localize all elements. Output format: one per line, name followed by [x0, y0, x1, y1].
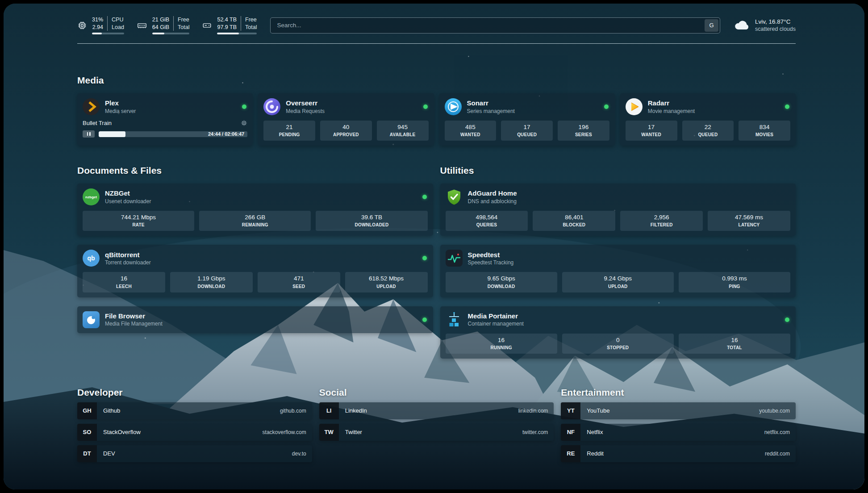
stat-wanted: 17 WANTED — [626, 121, 677, 141]
adguard-card[interactable]: AdGuard Home DNS and adblocking 498,564 … — [440, 184, 796, 236]
bookmark-url: dev.to — [292, 451, 306, 457]
app-title: Plex — [105, 99, 237, 108]
bookmark-name: DEV — [103, 450, 292, 457]
developer-section-title: Developer — [77, 387, 312, 398]
stat-download: 1.19 Gbps DOWNLOAD — [170, 272, 253, 292]
cpu-progress-bar — [92, 33, 124, 34]
weather-text: Lviv, 16.87°C scattered clouds — [755, 18, 796, 32]
app-title: Overseerr — [286, 99, 417, 108]
stat-available: 945 AVAILABLE — [377, 121, 429, 141]
app-title: NZBGet — [105, 189, 417, 198]
bookmark-reddit[interactable]: RE Reddit reddit.com — [561, 445, 796, 462]
status-dot — [242, 104, 246, 109]
bookmark-url: netflix.com — [764, 429, 790, 435]
bookmark-linkedin[interactable]: LI LinkedIn linkedin.com — [319, 402, 554, 419]
linkedin-icon: LI — [319, 402, 339, 419]
bookmark-youtube[interactable]: YT YouTube youtube.com — [561, 402, 796, 419]
system-metrics: 31% CPU 2.94 Load — [77, 16, 257, 34]
storage-readout: 52.4 TB Free 97.9 TB Total — [217, 16, 257, 34]
adguard-icon — [446, 188, 463, 205]
cpu-label-top: CPU — [107, 16, 124, 24]
playback-progress-bar[interactable]: 24:44 / 02:06:47 — [99, 131, 247, 137]
speedtest-icon — [446, 250, 463, 267]
weather-widget: Lviv, 16.87°C scattered clouds — [734, 18, 796, 32]
stat-series: 196 SERIES — [558, 121, 609, 141]
app-title: Speedtest — [468, 251, 791, 259]
app-subtitle: Series management — [467, 108, 599, 114]
pause-button[interactable] — [83, 130, 95, 138]
memory-metric: 21 GiB Free 64 GiB Total — [137, 16, 190, 34]
cloud-icon — [734, 19, 750, 32]
stat-latency: 47.569 ms LATENCY — [708, 211, 790, 231]
memory-label-bottom: Total — [173, 24, 189, 31]
cpu-value: 31% — [92, 16, 107, 24]
stat-seed: 471 SEED — [258, 272, 340, 292]
filebrowser-icon — [83, 311, 100, 328]
app-subtitle: Container management — [468, 321, 780, 327]
portainer-card[interactable]: Media Portainer Container management 16 … — [440, 306, 796, 359]
bookmark-stackoverflow[interactable]: SO StackOverflow stackoverflow.com — [77, 424, 312, 441]
search-engine-button[interactable]: G — [705, 19, 718, 32]
stackoverflow-icon: SO — [77, 424, 97, 441]
app-title: qBittorrent — [105, 251, 417, 259]
stat-downloaded: 39.6 TB DOWNLOADED — [316, 211, 427, 231]
cpu-label-bottom: Load — [107, 24, 124, 31]
now-playing-title: Bullet Train — [83, 120, 241, 126]
overseerr-card[interactable]: Overseerr Media Requests 21 PENDING 40 A… — [258, 93, 434, 146]
utilities-section-title: Utilities — [440, 165, 796, 176]
netflix-icon: NF — [561, 424, 580, 441]
app-title: Sonarr — [467, 99, 599, 108]
cpu-readout: 31% CPU 2.94 Load — [92, 16, 124, 34]
bookmark-twitter[interactable]: TW Twitter twitter.com — [319, 424, 554, 441]
search-bar: G — [270, 17, 720, 33]
sonarr-icon — [445, 98, 462, 115]
portainer-icon — [446, 311, 463, 328]
bookmark-name: Twitter — [345, 429, 522, 435]
app-title: AdGuard Home — [468, 189, 791, 198]
stat-download: 9.65 Gbps DOWNLOAD — [446, 272, 557, 292]
documents-column: Documents & Files nzbget NZBGet Usenet d… — [77, 165, 433, 359]
stat-remaining: 266 GB REMAINING — [199, 211, 311, 231]
app-subtitle: Movie management — [648, 108, 780, 114]
search-input[interactable] — [270, 17, 720, 33]
bookmark-name: StackOverflow — [103, 429, 263, 435]
status-dot — [785, 104, 789, 109]
bookmarks-grid: Developer GH Github github.com SO StackO… — [77, 387, 796, 462]
stat-queued: 22 QUEUED — [682, 121, 734, 141]
bookmark-name: YouTube — [587, 407, 759, 414]
developer-group: Developer GH Github github.com SO StackO… — [77, 387, 312, 462]
bookmark-dev[interactable]: DT DEV dev.to — [77, 445, 312, 462]
app-subtitle: Media File Management — [105, 321, 417, 327]
dashboard-content: 31% CPU 2.94 Load — [4, 4, 864, 489]
nzbget-icon: nzbget — [83, 188, 100, 205]
social-section-title: Social — [319, 387, 554, 398]
app-subtitle: Usenet downloader — [105, 198, 417, 205]
settings-gear-icon[interactable] — [241, 120, 247, 126]
app-title: File Browser — [105, 312, 417, 321]
stat-ping: 0.993 ms PING — [679, 272, 790, 292]
bookmark-url: twitter.com — [522, 429, 548, 435]
bookmark-netflix[interactable]: NF Netflix netflix.com — [561, 424, 796, 441]
filebrowser-card[interactable]: File Browser Media File Management — [77, 306, 433, 333]
app-subtitle: Speedtest Tracking — [468, 259, 791, 266]
media-grid: Plex Media server Bullet Train — [77, 93, 796, 146]
bookmark-github[interactable]: GH Github github.com — [77, 402, 312, 419]
weather-location: Lviv, 16.87°C — [755, 18, 796, 25]
radarr-card[interactable]: Radarr Movie management 17 WANTED 22 QUE… — [620, 93, 796, 146]
status-dot — [785, 318, 789, 322]
nzbget-card[interactable]: nzbget NZBGet Usenet downloader 744.21 M… — [77, 184, 433, 236]
app-title: Media Portainer — [468, 312, 780, 321]
plex-icon — [83, 98, 100, 115]
qbittorrent-card[interactable]: qb qBittorrent Torrent downloader 16 LEE… — [77, 245, 433, 297]
sonarr-card[interactable]: Sonarr Series management 485 WANTED 17 Q… — [439, 93, 615, 146]
speedtest-card[interactable]: Speedtest Speedtest Tracking 9.65 Gbps D… — [440, 245, 796, 297]
cpu-icon — [77, 21, 87, 30]
stat-total: 16 TOTAL — [679, 334, 790, 354]
stat-upload: 618.52 Mbps UPLOAD — [345, 272, 428, 292]
stat-stopped: 0 STOPPED — [562, 334, 674, 354]
plex-card[interactable]: Plex Media server Bullet Train — [77, 93, 253, 146]
ram-icon — [137, 21, 147, 30]
cpu-load-value: 2.94 — [92, 24, 107, 31]
social-group: Social LI LinkedIn linkedin.com TW Twitt… — [319, 387, 554, 462]
memory-total-value: 64 GiB — [152, 24, 173, 31]
